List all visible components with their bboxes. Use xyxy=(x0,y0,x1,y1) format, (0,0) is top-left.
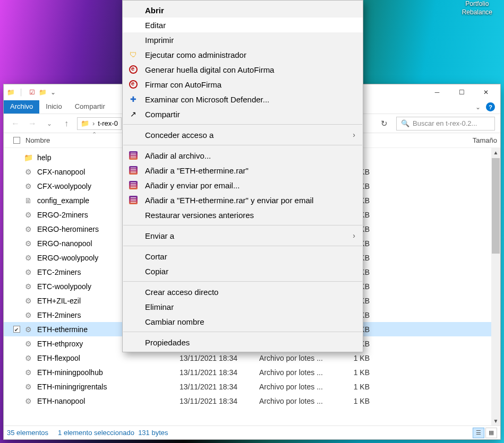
bat-icon: ⚙ xyxy=(23,253,33,263)
maximize-button[interactable]: ☐ xyxy=(449,84,474,100)
ctx-compartir[interactable]: ↗Compartir xyxy=(123,107,363,121)
ribbon-collapse-icon[interactable]: ⌄ xyxy=(475,103,481,111)
bat-icon: ⚙ xyxy=(23,282,33,291)
view-details-button[interactable]: ☰ xyxy=(473,428,484,438)
nav-up-button[interactable]: ↑ xyxy=(60,117,73,130)
blank-icon xyxy=(128,251,139,262)
file-row[interactable]: ⚙ETH-nanopool13/11/2021 18:34Archivo por… xyxy=(4,394,491,408)
tab-archivo[interactable]: Archivo xyxy=(4,100,39,114)
defender-icon: ✚ xyxy=(128,94,139,105)
scroll-up-button[interactable]: ▲ xyxy=(491,148,500,157)
ctx-abrir-label: Abrir xyxy=(145,6,355,15)
file-row[interactable]: ⚙ETH-flexpool13/11/2021 18:34Archivo por… xyxy=(4,351,491,365)
blank-icon xyxy=(128,316,139,327)
ctx-separator xyxy=(123,145,362,145)
view-icons-button[interactable]: ▦ xyxy=(485,428,497,438)
ctx-defender[interactable]: ✚Examinar con Microsoft Defender... xyxy=(123,92,363,107)
qat-dropdown-icon[interactable]: ⌄ xyxy=(48,88,58,97)
file-date: 13/11/2021 18:34 xyxy=(180,383,259,391)
desktop-shortcut-label[interactable]: Portfolio Rebalance xyxy=(462,0,492,16)
ctx-abrir[interactable]: Abrir xyxy=(123,3,363,18)
status-selection-bytes: 131 bytes xyxy=(138,429,168,437)
ctx-imprimir[interactable]: Imprimir xyxy=(123,32,363,47)
file-row[interactable]: ⚙ETH-miningrigrentals13/11/2021 18:34Arc… xyxy=(4,379,491,394)
blank-icon xyxy=(128,266,139,276)
chevron-right-icon: › xyxy=(353,231,355,240)
scroll-thumb[interactable] xyxy=(492,158,500,254)
blank-icon xyxy=(128,230,139,241)
ctx-restaurar-label: Restaurar versiones anteriores xyxy=(145,211,355,220)
ctx-propiedades[interactable]: Propiedades xyxy=(123,335,363,350)
breadcrumb[interactable]: 📁 › t-rex-0 xyxy=(77,117,122,130)
qat-folder-icon[interactable]: 📁 xyxy=(38,88,47,97)
status-item-count: 35 elementos xyxy=(7,429,48,437)
autofirma-icon xyxy=(128,79,139,90)
blank-icon xyxy=(128,286,139,297)
column-header-name-label: Nombre xyxy=(25,136,50,144)
nav-back-button[interactable]: ← xyxy=(9,117,22,130)
tab-compartir-label: Compartir xyxy=(75,102,105,110)
file-row[interactable]: ⚙ETH-miningpoolhub13/11/2021 18:34Archiv… xyxy=(4,365,491,379)
bat-icon: ⚙ xyxy=(23,325,33,334)
breadcrumb-arrow-icon[interactable]: › xyxy=(92,119,95,127)
row-checkbox[interactable] xyxy=(13,326,20,333)
breadcrumb-segment[interactable]: t-rex-0 xyxy=(98,119,118,127)
folder-icon: 📁 xyxy=(23,153,33,162)
file-name: ETH-flexpool xyxy=(37,354,180,362)
ctx-anadir-archivo[interactable]: Añadir al archivo... xyxy=(123,148,363,163)
file-name: ETH-miningpoolhub xyxy=(37,368,180,377)
ctx-editar[interactable]: Editar xyxy=(123,18,363,32)
ctx-firmar[interactable]: Firmar con AutoFirma xyxy=(123,77,363,92)
file-type: Archivo por lotes ... xyxy=(259,397,343,405)
ctx-anadir-ethermine-enviar-label: Añadir a "ETH-ethermine.rar" y enviar po… xyxy=(145,196,355,205)
blank-icon xyxy=(128,5,139,15)
winrar-icon xyxy=(128,150,139,161)
blank-icon xyxy=(128,20,139,30)
bat-icon: ⚙ xyxy=(23,382,33,392)
tab-compartir[interactable]: Compartir xyxy=(69,100,112,114)
file-name: ETH-miningrigrentals xyxy=(37,383,180,391)
ctx-ejecutar-admin-label: Ejecutar como administrador xyxy=(145,50,355,59)
ctx-ejecutar-admin[interactable]: 🛡Ejecutar como administrador xyxy=(123,47,363,62)
bat-icon: ⚙ xyxy=(23,167,33,177)
nav-forward-button[interactable]: → xyxy=(26,117,39,130)
search-icon: 🔍 xyxy=(401,119,409,127)
ctx-anadir-ethermine-enviar[interactable]: Añadir a "ETH-ethermine.rar" y enviar po… xyxy=(123,193,363,207)
desktop-label-line1: Portfolio xyxy=(465,0,489,7)
ctx-restaurar[interactable]: Restaurar versiones anteriores xyxy=(123,207,363,222)
ctx-separator xyxy=(123,225,362,225)
column-header-size[interactable]: Tamaño xyxy=(464,136,500,144)
ctx-cortar[interactable]: Cortar xyxy=(123,249,363,264)
file-date: 13/11/2021 18:34 xyxy=(180,368,259,377)
minimize-button[interactable]: ─ xyxy=(425,84,449,100)
ctx-crear-acceso[interactable]: Crear acceso directo xyxy=(123,284,363,299)
tab-inicio[interactable]: Inicio xyxy=(39,100,68,114)
ctx-copiar-label: Copiar xyxy=(145,267,355,276)
blank-icon xyxy=(128,210,139,220)
file-size: 1 KB xyxy=(343,354,373,362)
ctx-anadir-enviar[interactable]: Añadir y enviar por email... xyxy=(123,178,363,193)
ctx-enviar-a[interactable]: Enviar a› xyxy=(123,228,363,243)
ctx-defender-label: Examinar con Microsoft Defender... xyxy=(145,95,355,104)
bat-icon: ⚙ xyxy=(23,396,33,406)
scroll-down-button[interactable]: ▼ xyxy=(491,416,500,425)
status-selection-text: 1 elemento seleccionado xyxy=(58,429,134,437)
select-all-checkbox[interactable] xyxy=(13,137,20,144)
sort-indicator-icon: ⌃ xyxy=(92,131,97,138)
vertical-scrollbar[interactable]: ▲ ▼ xyxy=(491,148,500,425)
ctx-gen-huella[interactable]: Generar huella digital con AutoFirma xyxy=(123,62,363,77)
refresh-button[interactable]: ↻ xyxy=(376,117,392,130)
ctx-conceder-acceso[interactable]: Conceder acceso a› xyxy=(123,127,363,142)
qat-select-icon[interactable]: ☑ xyxy=(27,88,37,97)
ctx-anadir-ethermine[interactable]: Añadir a "ETH-ethermine.rar" xyxy=(123,163,363,178)
ctx-separator xyxy=(123,124,362,125)
close-button[interactable]: ✕ xyxy=(474,84,498,100)
ctx-copiar[interactable]: Copiar xyxy=(123,264,363,279)
ctx-cambiar-nombre[interactable]: Cambiar nombre xyxy=(123,314,363,329)
search-input[interactable]: 🔍 Buscar en t-rex-0.2... xyxy=(396,117,495,131)
file-size: 1 KB xyxy=(343,368,373,377)
nav-recent-dropdown[interactable]: ⌄ xyxy=(43,117,56,130)
file-size: 1 KB xyxy=(343,397,373,405)
help-icon[interactable]: ? xyxy=(486,102,495,111)
ctx-eliminar[interactable]: Eliminar xyxy=(123,299,363,314)
